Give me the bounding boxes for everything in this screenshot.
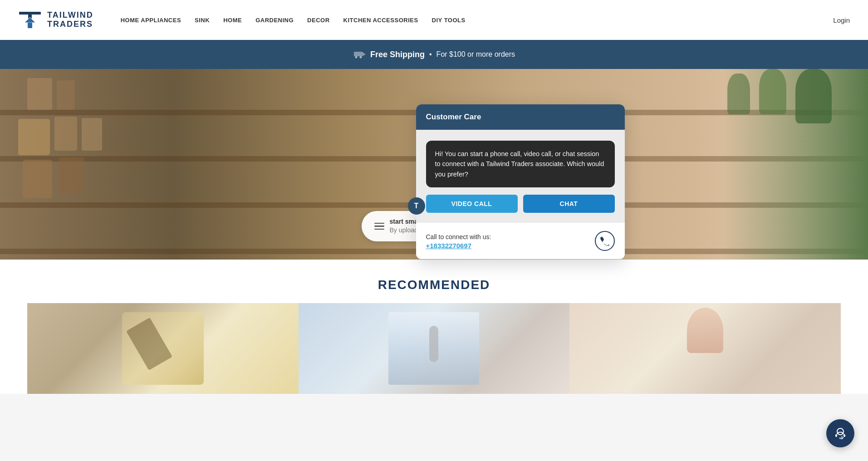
login-button[interactable]: Login (833, 16, 850, 24)
customer-care-body: Hi! You can start a phone call, video ca… (416, 130, 625, 223)
customer-care-widget: Customer Care Hi! You can start a phone … (416, 104, 625, 259)
phone-icon (600, 236, 610, 246)
call-info: Call to connect with us: +18332270697 (426, 233, 491, 250)
svg-rect-1 (19, 12, 41, 15)
svg-marker-6 (362, 52, 366, 56)
chat-button[interactable]: CHAT (523, 195, 615, 213)
product-card-lamp[interactable] (569, 303, 841, 394)
promo-bold-text: Free Shipping (370, 50, 425, 59)
phone-link[interactable]: +18332270697 (426, 242, 491, 250)
shipping-icon (353, 48, 366, 61)
nav-gardening[interactable]: GARDENING (255, 17, 294, 24)
svg-rect-4 (28, 23, 32, 28)
video-call-button[interactable]: VIDEO CALL (426, 195, 518, 213)
nav-sink[interactable]: SINK (195, 17, 210, 24)
product-card-sink[interactable] (299, 303, 570, 394)
main-nav: HOME APPLIANCES SINK HOME GARDENING DECO… (121, 17, 834, 24)
phone-button[interactable] (595, 231, 615, 251)
customer-care-header: Customer Care (416, 104, 625, 130)
nav-kitchen-accessories[interactable]: KITCHEN ACCESSORIES (343, 17, 418, 24)
recommended-section: RECOMMENDED (0, 260, 868, 394)
promo-banner: Free Shipping • For $100 or more orders (0, 40, 868, 69)
logo-icon (18, 8, 42, 32)
product-grid (27, 303, 841, 394)
nav-diy-tools[interactable]: DIY TOOLS (432, 17, 466, 24)
promo-rest-text: For $100 or more orders (436, 50, 515, 59)
svg-point-7 (355, 56, 357, 59)
header: TAILWIND TRADERS HOME APPLIANCES SINK HO… (0, 0, 868, 40)
nav-home-appliances[interactable]: HOME APPLIANCES (121, 17, 181, 24)
svg-point-8 (359, 56, 362, 59)
nav-decor[interactable]: DECOR (307, 17, 329, 24)
logo[interactable]: TAILWIND TRADERS (18, 8, 93, 32)
logo-text: TAILWIND TRADERS (47, 11, 93, 29)
customer-care-footer: Call to connect with us: +18332270697 (416, 223, 625, 259)
bot-avatar: T (408, 197, 425, 215)
svg-marker-3 (25, 17, 35, 23)
product-card-drill[interactable] (27, 303, 299, 394)
recommended-heading: RECOMMENDED (27, 278, 841, 292)
promo-dot: • (429, 50, 432, 59)
hamburger-icon (374, 223, 384, 230)
nav-home[interactable]: HOME (223, 17, 242, 24)
chat-message-bubble: Hi! You can start a phone call, video ca… (426, 141, 615, 187)
action-buttons: VIDEO CALL CHAT (426, 195, 615, 213)
svg-rect-5 (354, 52, 362, 56)
